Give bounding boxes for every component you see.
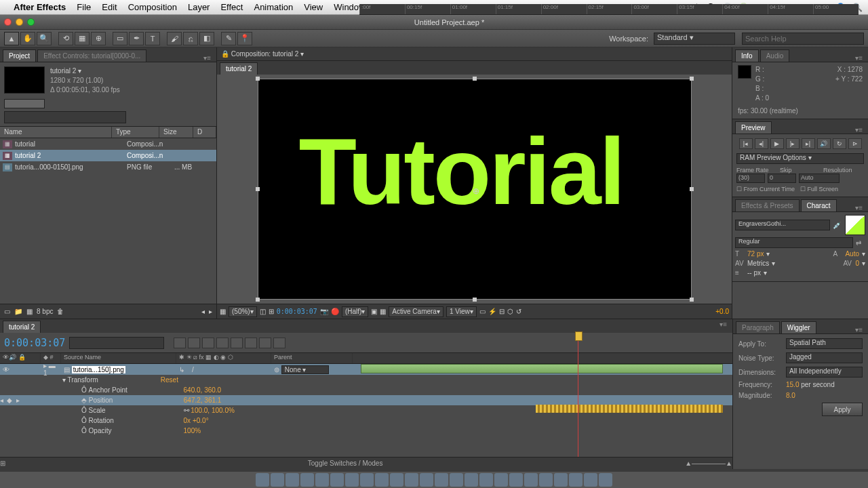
wiggler-dims-dropdown[interactable]: All Independently [786, 367, 863, 378]
views-dropdown[interactable]: 1 View ▾ [446, 306, 477, 317]
interpret-icon[interactable]: ▭ [4, 308, 10, 315]
window-zoom-button[interactable] [27, 18, 35, 26]
col-type[interactable]: Type [112, 127, 159, 138]
tab-info[interactable]: Info [735, 49, 759, 62]
expand-icon[interactable]: ⊞ [0, 460, 5, 467]
autokeyframe-icon[interactable] [259, 338, 271, 348]
dock-app-icon[interactable] [479, 473, 493, 487]
window-close-button[interactable] [4, 18, 12, 26]
dock-app-icon[interactable] [360, 473, 374, 487]
zoom-slider[interactable]: ▲—————▲ [685, 460, 732, 467]
comp-tab[interactable]: tutorial 2 [220, 62, 258, 75]
macos-dock[interactable] [0, 472, 868, 488]
dock-app-icon[interactable] [569, 473, 583, 487]
flowchart-icon[interactable]: ⬡ [507, 308, 513, 315]
dock-app-icon[interactable] [375, 473, 389, 487]
hand-tool-icon[interactable]: ✋ [20, 32, 35, 45]
bbox-handle[interactable] [690, 187, 694, 191]
comp-mini-flowchart-icon[interactable] [174, 338, 186, 348]
panel-menu-icon[interactable]: ▾≡ [201, 54, 214, 62]
brainstorm-icon[interactable] [245, 338, 257, 348]
grid-icon[interactable]: ⊞ [269, 308, 274, 315]
frame-blend-icon[interactable] [216, 338, 229, 348]
dock-app-icon[interactable] [256, 473, 269, 487]
link-icon[interactable]: ⚯ [184, 407, 189, 414]
bpc-button[interactable]: 8 bpc [37, 308, 53, 315]
dock-app-icon[interactable] [271, 473, 284, 487]
tab-audio[interactable]: Audio [760, 49, 790, 62]
first-frame-icon[interactable]: |◂ [739, 138, 753, 149]
graph-editor-icon[interactable] [273, 338, 285, 348]
wiggler-magnitude[interactable]: 8.0 [786, 392, 795, 399]
bbox-handle[interactable] [256, 77, 260, 81]
dock-app-icon[interactable] [435, 473, 448, 487]
dock-app-icon[interactable] [509, 473, 523, 487]
selection-tool-icon[interactable]: ▲ [4, 32, 19, 45]
eraser-tool-icon[interactable]: ◧ [199, 32, 214, 45]
app-name[interactable]: After Effects [14, 2, 66, 12]
wiggler-applyto-dropdown[interactable]: Spatial Path [786, 338, 863, 349]
tab-effects-presets[interactable]: Effects & Presets [735, 199, 800, 211]
comp-new-icon[interactable]: ▦ [26, 308, 33, 315]
window-minimize-button[interactable] [16, 18, 23, 26]
font-family-dropdown[interactable]: EngraversGothi... [735, 220, 830, 230]
folder-icon[interactable]: 📁 [14, 308, 22, 315]
list-item[interactable]: ▤ tutoria...000-0150].png PNG file ... M… [0, 161, 216, 173]
bbox-handle[interactable] [473, 77, 477, 81]
menu-view[interactable]: View [304, 2, 323, 12]
bbox-handle[interactable] [256, 298, 260, 302]
dock-app-icon[interactable] [494, 473, 508, 487]
roto-tool-icon[interactable]: ✎ [221, 32, 236, 45]
menu-file[interactable]: File [77, 2, 91, 12]
search-help-input[interactable] [742, 33, 864, 45]
puppet-tool-icon[interactable]: 📍 [237, 32, 252, 45]
tab-wiggler[interactable]: Wiggler [781, 321, 816, 333]
timeline-tab[interactable]: tutorial 2 [3, 321, 41, 333]
eyedropper-icon[interactable]: 💉 [833, 222, 842, 229]
toggle-switches-button[interactable]: Toggle Switches / Modes [5, 460, 685, 467]
play-icon[interactable]: ▶ [770, 138, 784, 149]
shape-tool-icon[interactable]: ▭ [113, 32, 127, 45]
mute-icon[interactable]: 🔊 [817, 138, 831, 149]
ram-preview-icon[interactable]: ⊳ [848, 138, 862, 149]
playhead[interactable] [578, 331, 578, 457]
menu-composition[interactable]: Composition [128, 2, 177, 12]
col-d[interactable]: D [193, 127, 216, 138]
skip-dropdown[interactable]: 0 [768, 174, 796, 183]
timeline-timecode[interactable]: 0:00:03:07 [4, 337, 65, 349]
dock-app-icon[interactable] [300, 473, 314, 487]
parent-dropdown[interactable]: None ▾ [281, 365, 329, 374]
tracking-value[interactable]: 0 [855, 260, 859, 267]
fill-stroke-swatch[interactable] [845, 215, 865, 235]
flowchart-thumb[interactable] [4, 99, 45, 108]
prev-frame-icon[interactable]: ◂| [755, 138, 768, 149]
list-item[interactable]: ▦ tutorial Composi...n [0, 138, 216, 150]
source-name-col[interactable]: Source Name [61, 353, 176, 363]
comp-canvas[interactable]: Tutorial ⊕ [258, 79, 692, 300]
timeline-ruler[interactable]: :00f00:15f 01:00f01:15f 02:00f02:15f 03:… [359, 4, 859, 15]
menu-animation[interactable]: Animation [254, 2, 293, 12]
ram-preview-dropdown[interactable]: RAM Preview Options ▾ [736, 153, 864, 164]
project-search-input[interactable] [4, 111, 126, 123]
dock-app-icon[interactable] [330, 473, 344, 487]
prev-icon[interactable]: ◂ [201, 308, 205, 315]
quality-dropdown[interactable]: (Half) ▾ [342, 306, 368, 317]
tab-character[interactable]: Charact [801, 199, 837, 211]
dock-app-icon[interactable] [465, 473, 478, 487]
col-size[interactable]: Size [159, 127, 193, 138]
tab-paragraph[interactable]: Paragraph [736, 321, 780, 333]
dock-app-icon[interactable] [599, 473, 612, 487]
menu-effect[interactable]: Effect [220, 2, 243, 12]
tab-preview[interactable]: Preview [735, 121, 772, 134]
dock-app-icon[interactable] [554, 473, 568, 487]
roi-icon[interactable]: ▣ [371, 308, 377, 315]
panel-menu-icon[interactable]: ▾≡ [852, 326, 865, 333]
dock-app-icon[interactable] [345, 473, 359, 487]
zoom-tool-icon[interactable]: 🔍 [37, 32, 52, 45]
wiggler-frequency[interactable]: 15.0 [786, 381, 799, 388]
current-time[interactable]: 0:00:03:07 [277, 308, 317, 315]
comp-dropdown[interactable]: Composition: tutorial 2 ▾ [231, 50, 304, 58]
from-current-checkbox[interactable]: ☐ From Current Time [736, 186, 795, 192]
draft3d-icon[interactable] [188, 338, 200, 348]
reset-exposure-icon[interactable]: ↺ [516, 308, 521, 315]
